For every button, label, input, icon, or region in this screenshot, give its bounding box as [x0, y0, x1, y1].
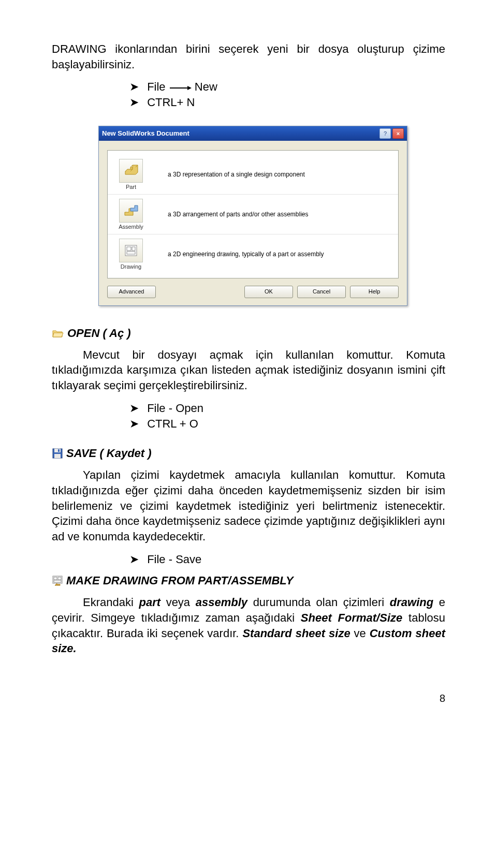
open-folder-icon: [52, 328, 64, 339]
dialog-body: Part a 3D representation of a single des…: [99, 141, 407, 305]
open-paragraph: Mevcut bir dosyayı açmak için kullanılan…: [52, 347, 445, 393]
drawing-icon: [119, 239, 143, 262]
open-heading-text: OPEN ( Aç ): [67, 327, 131, 340]
ok-button[interactable]: OK: [244, 286, 293, 298]
make-drawing-heading: MAKE DRAWING FROM PART/ASSEMBLY: [52, 574, 445, 587]
help-button[interactable]: Help: [350, 286, 399, 298]
document-type-list: Part a 3D representation of a single des…: [107, 150, 399, 278]
bullets-block-1: ➤ File New ➤ CTRL+ N: [52, 79, 445, 110]
dialog-close-button[interactable]: ×: [392, 128, 404, 139]
bullets-save: ➤ File - Save: [52, 552, 445, 567]
bullet-ctrl-n: ➤ CTRL+ N: [129, 95, 445, 110]
bullet-file-new: ➤ File New: [129, 79, 445, 95]
doc-row-drawing[interactable]: Drawing a 2D engineering drawing, typica…: [108, 234, 398, 274]
doc-row-label: Drawing: [121, 263, 141, 270]
bullet-file-open: ➤ File - Open: [129, 401, 445, 416]
bullet-text-new: New: [195, 80, 217, 93]
save-floppy-icon: [52, 448, 63, 459]
bullet-text-ctrln: CTRL+ N: [147, 96, 195, 109]
make-drawing-icon: [52, 575, 63, 586]
arrow-right-icon: [169, 85, 192, 91]
make-drawing-heading-text: MAKE DRAWING FROM PART/ASSEMBLY: [66, 574, 294, 587]
make-drawing-paragraph: Ekrandaki part veya assembly durumunda o…: [52, 595, 445, 656]
bullet-arrow-icon: ➤: [129, 401, 144, 416]
make-text-3: durumunda olan çizimleri: [247, 596, 390, 609]
bullet-file-save: ➤ File - Save: [129, 552, 445, 567]
term-sheet-format-size: Sheet Format/Size: [301, 611, 402, 624]
bullet-arrow-icon: ➤: [129, 95, 144, 110]
bullet-ctrl-o: ➤ CTRL + O: [129, 416, 445, 432]
make-text-1: Ekrandaki: [83, 596, 139, 609]
page-number: 8: [52, 693, 445, 704]
svg-marker-1: [187, 86, 192, 90]
bullet-text-ctrlo: CTRL + O: [147, 417, 198, 430]
part-icon: [119, 159, 143, 183]
svg-rect-9: [54, 454, 61, 458]
bullet-arrow-icon: ➤: [129, 552, 144, 567]
doc-row-label: Part: [126, 184, 136, 190]
save-paragraph: Yapılan çizimi kaydetmek amacıyla kullan…: [52, 467, 445, 544]
term-standard-sheet-size: Standard sheet size: [242, 627, 350, 640]
save-heading-text: SAVE ( Kaydet ): [66, 447, 152, 460]
doc-row-label: Assembly: [119, 224, 143, 230]
bullet-text-file: File: [147, 80, 165, 93]
doc-row-part[interactable]: Part a 3D representation of a single des…: [108, 155, 398, 195]
dialog-title: New SolidWorks Document: [102, 129, 189, 137]
term-assembly: assembly: [196, 596, 247, 609]
bullet-text-fsave: File - Save: [147, 553, 201, 566]
cancel-button[interactable]: Cancel: [297, 286, 346, 298]
term-part: part: [139, 596, 160, 609]
bullet-text-fopen: File - Open: [147, 402, 203, 415]
advanced-button[interactable]: Advanced: [107, 286, 156, 298]
save-heading: SAVE ( Kaydet ): [52, 447, 445, 460]
dialog-help-button[interactable]: ?: [379, 128, 391, 139]
svg-rect-8: [58, 449, 60, 452]
dialog-titlebar: New SolidWorks Document ? ×: [99, 126, 407, 141]
svg-rect-7: [54, 449, 61, 452]
doc-row-assembly[interactable]: Assembly a 3D arrangement of parts and/o…: [108, 195, 398, 234]
assembly-icon: [119, 199, 143, 223]
doc-row-desc: a 3D arrangement of parts and/or other a…: [168, 211, 308, 218]
dialog-footer: Advanced OK Cancel Help: [107, 286, 399, 298]
doc-row-desc: a 3D representation of a single design c…: [168, 171, 305, 178]
make-text-6: ve: [350, 627, 370, 640]
bullets-open: ➤ File - Open ➤ CTRL + O: [52, 401, 445, 431]
term-drawing: drawing: [390, 596, 433, 609]
doc-row-desc: a 2D engineering drawing, typically of a…: [168, 251, 324, 258]
new-document-dialog: New SolidWorks Document ? × Part a 3D re…: [98, 126, 407, 306]
intro-paragraph: DRAWING ikonlarından birini seçerek yeni…: [52, 41, 445, 72]
bullet-arrow-icon: ➤: [129, 79, 144, 95]
bullet-arrow-icon: ➤: [129, 416, 144, 432]
open-heading: OPEN ( Aç ): [52, 327, 445, 340]
make-text-2: veya: [160, 596, 196, 609]
